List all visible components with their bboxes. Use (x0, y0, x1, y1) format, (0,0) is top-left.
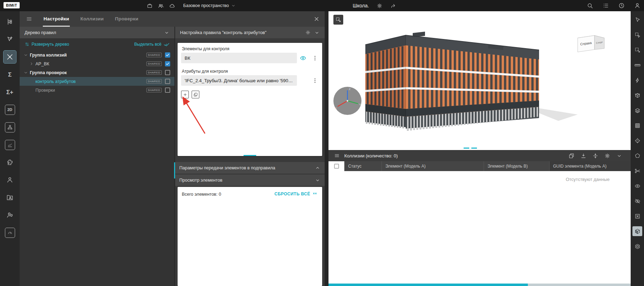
search-icon[interactable] (587, 2, 593, 9)
total-elements-text: Всего элементов: 0 (182, 192, 221, 197)
app-logo[interactable]: BIMiT (4, 2, 20, 8)
tree-row-checkbox[interactable] (165, 70, 170, 75)
project-settings-icon[interactable] (377, 3, 383, 9)
selection-mode-button[interactable] (333, 15, 343, 25)
users-tool-icon[interactable] (4, 174, 16, 186)
settings-section-header[interactable]: Настройка правила "контроль атрибутов" (175, 27, 325, 38)
select-all-checkbox[interactable] (334, 164, 339, 169)
column-header[interactable]: GUID элемента (Модель A) (550, 161, 631, 171)
clash-detection-icon[interactable] (4, 51, 16, 63)
panel-menu-icon[interactable] (26, 16, 32, 22)
measure-icon[interactable] (632, 60, 642, 70)
collisions-table-body: Отсутствуют данные (328, 171, 631, 284)
eye-icon[interactable] (300, 55, 306, 61)
tree-row-checkbox[interactable] (165, 61, 170, 66)
profile-icon[interactable] (634, 2, 640, 9)
chevron-down-icon (315, 177, 320, 183)
chevron-down-icon[interactable] (314, 30, 320, 35)
attributes-input[interactable] (181, 75, 297, 86)
tree-row[interactable]: контроль атрибутовSHARED (20, 77, 174, 86)
sum-plus-tool-icon[interactable]: Σ+ (4, 86, 16, 98)
show-elements-icon[interactable] (632, 181, 642, 191)
export-icon[interactable] (580, 153, 586, 159)
tree-section-header[interactable]: Дерево правил (20, 27, 174, 38)
history-icon[interactable] (618, 2, 625, 9)
workspace-icon[interactable] (147, 3, 153, 9)
sum-tool-icon[interactable]: Σ (4, 68, 16, 81)
2d-view-icon[interactable]: 2D (5, 105, 15, 115)
grid-icon[interactable] (632, 121, 642, 130)
shared-projects-icon[interactable] (4, 191, 16, 204)
tab-checks[interactable]: Проверки (109, 11, 144, 27)
tree-row[interactable]: АР_ВКSHARED (20, 59, 174, 68)
plugins-tool-icon[interactable] (4, 156, 16, 169)
dashboard-tool-icon[interactable] (5, 228, 15, 238)
navigation-cube[interactable]: Справа Сзади (577, 33, 606, 55)
elements-input[interactable] (181, 53, 297, 63)
hide-elements-icon[interactable] (632, 196, 642, 206)
reset-all-link[interactable]: СБРОСИТЬ ВСЁ (274, 191, 318, 197)
tree-row-checkbox[interactable] (165, 52, 170, 58)
section-plane-icon[interactable] (632, 166, 642, 176)
zoom-window-icon[interactable] (632, 45, 642, 55)
collisions-settings-icon[interactable] (604, 153, 610, 159)
empty-state-text: Отсутствуют данные (566, 177, 610, 182)
workspace-selector[interactable]: Базовое пространство (183, 3, 236, 8)
team-icon[interactable] (158, 3, 164, 9)
tree-row-checkbox[interactable] (165, 79, 170, 84)
section-box-icon[interactable] (632, 90, 642, 100)
select-all-link[interactable]: Выделить всё (134, 41, 170, 47)
model-tree-icon[interactable] (4, 15, 16, 28)
view-elements-bar[interactable]: Просмотр элементов (175, 175, 325, 186)
copy-attribute-button[interactable] (192, 91, 199, 98)
select-area-icon[interactable] (632, 30, 642, 40)
transfer-params-bar[interactable]: Параметры передачи элементов в подправил… (175, 162, 325, 174)
tasks-list-icon[interactable] (603, 2, 609, 9)
chevron-down-icon[interactable] (23, 70, 28, 75)
quick-check-icon[interactable] (632, 75, 642, 85)
elements-menu-icon[interactable] (312, 55, 318, 61)
shared-badge: SHARED (146, 79, 162, 84)
tree-row-checkbox[interactable] (165, 87, 170, 93)
deselect-icon[interactable] (632, 211, 642, 221)
charts-tool-icon[interactable] (5, 140, 15, 150)
axis-gizmo[interactable]: Z X Y (332, 85, 363, 116)
select-cursor-icon[interactable] (632, 15, 642, 25)
align-icon[interactable] (592, 153, 598, 159)
column-header[interactable]: Элемент (Модель A) (382, 161, 484, 171)
model-cube-icon[interactable] (632, 241, 642, 251)
close-panel-icon[interactable] (313, 16, 320, 22)
group-copy-icon[interactable] (569, 153, 575, 159)
column-header[interactable]: Элемент (Модель B) (484, 161, 550, 171)
viewport-resize-handle[interactable] (464, 148, 477, 149)
transparency-icon[interactable] (632, 226, 642, 236)
tree-row[interactable]: ПроверкиSHARED (20, 86, 174, 95)
panel-split-handle[interactable] (174, 162, 175, 178)
viewport-3d[interactable]: Справа Сзади Z X Y (328, 11, 631, 150)
select-tool-icon[interactable] (4, 33, 16, 46)
chevron-right-icon[interactable] (29, 61, 34, 66)
tree-row[interactable]: Группа проверокSHARED (20, 68, 174, 77)
tab-settings[interactable]: Настройки (38, 11, 75, 27)
tree-row[interactable]: Группа коллизийSHARED (20, 51, 174, 59)
user-location-icon[interactable] (4, 209, 16, 221)
expand-tree-link[interactable]: Развернуть дерево (25, 42, 69, 47)
structure-tool-icon[interactable] (5, 122, 15, 132)
chevron-down-icon[interactable] (23, 52, 28, 58)
add-attribute-button[interactable] (181, 91, 189, 98)
card-resize-handle[interactable] (244, 155, 256, 156)
rule-gear-icon[interactable] (305, 30, 311, 35)
tab-collisions[interactable]: Коллизии (75, 11, 109, 27)
chevron-down-icon[interactable] (164, 30, 170, 35)
focus-icon[interactable] (632, 136, 642, 145)
collisions-menu-icon[interactable] (334, 153, 340, 158)
attributes-menu-icon[interactable] (312, 78, 318, 84)
collapse-panel-icon[interactable] (616, 153, 622, 159)
polygon-select-icon[interactable] (632, 151, 642, 161)
layers-icon[interactable] (632, 105, 642, 115)
share-icon[interactable] (390, 3, 396, 9)
cloud-sync-icon[interactable] (169, 3, 175, 9)
column-header[interactable]: Статус (345, 161, 382, 171)
select-all-cell[interactable] (328, 161, 345, 171)
expand-tree-label: Развернуть дерево (32, 42, 69, 47)
